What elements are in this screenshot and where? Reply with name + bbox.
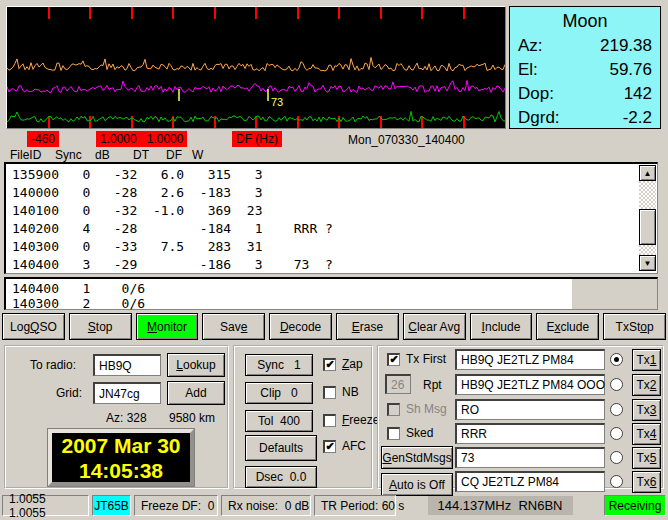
zap-checkbox-row[interactable]: Zap (323, 357, 363, 371)
tx1-message-input[interactable]: HB9Q JE2TLZ PM84 (455, 349, 605, 370)
tx6-message-input[interactable]: CQ JE2TLZ PM84 (455, 471, 605, 492)
exclude-button[interactable]: Exclude (536, 313, 599, 340)
tx2-button[interactable]: Tx2 (632, 374, 661, 396)
tx3-radio[interactable] (610, 403, 623, 416)
scroll-down-button[interactable]: ▼ (639, 255, 656, 271)
station-group: To radio: HB9Q Lookup Grid: JN47cg Add A… (4, 345, 229, 489)
moon-az-label: Az: (518, 34, 543, 58)
azimuth-value: Az: 328 (106, 411, 147, 425)
receiving-state-label: Receiving (609, 499, 662, 513)
tx2-radio[interactable] (610, 378, 623, 391)
moon-dop-value: 142 (624, 82, 652, 106)
scroll-thumb[interactable] (639, 209, 656, 245)
tx5-message-input[interactable]: 73 (455, 447, 605, 468)
decode-button[interactable]: Decode (269, 313, 332, 340)
erase-button[interactable]: Erase (336, 313, 399, 340)
tx4-message-input[interactable]: RRR (455, 423, 605, 444)
tx-first-label: Tx First (406, 352, 446, 366)
tx-messages-group: Tx First HB9Q JE2TLZ PM84 Tx1 26 Rpt HB9… (377, 345, 664, 489)
svg-text:73: 73 (271, 96, 283, 108)
sample-rate-value: 1.0055 1.0055 (9, 492, 82, 520)
wsjt-main-window: 73 Moon Az: 219.38 El: 59.76 Dop: 142 Dg… (0, 0, 668, 520)
stop-button[interactable]: Stop (69, 313, 132, 340)
average-text-bg: 140400 1 0/6 140300 2 0/6 (6, 279, 572, 309)
tol-control[interactable]: Tol 400 (245, 410, 313, 432)
tx3-button[interactable]: Tx3 (632, 399, 661, 421)
clock-date: 2007 Mar 30 (61, 433, 180, 458)
freeze-label: Freeze (342, 413, 379, 427)
freq-scale-left-label: -460 (27, 131, 59, 147)
status-frequency-panel: 144.137MHz RN6BN (399, 495, 601, 516)
moon-el-row: El: 59.76 (518, 58, 652, 82)
tx6-button[interactable]: Tx6 (632, 471, 661, 493)
to-radio-input[interactable]: HB9Q (93, 354, 161, 376)
rpt-label: Rpt (423, 378, 442, 392)
moon-el-value: 59.76 (609, 58, 652, 82)
defaults-button[interactable]: Defaults (245, 435, 317, 461)
col-header-sync: Sync (55, 148, 82, 162)
add-button[interactable]: Add (167, 381, 225, 405)
nb-checkbox-row[interactable]: NB (323, 385, 359, 399)
to-radio-label: To radio: (30, 358, 76, 372)
tx2-message-input[interactable]: HB9Q JE2TLZ PM84 OOO (455, 374, 605, 395)
moon-dop-label: Dop: (518, 82, 554, 106)
sked-checkbox-row[interactable]: Sked (387, 426, 433, 440)
sync-control[interactable]: Sync 1 (245, 354, 313, 376)
afc-checkbox[interactable] (323, 440, 336, 453)
sked-label: Sked (406, 426, 433, 440)
status-mode-panel[interactable]: JT65B (92, 495, 131, 516)
grid-input[interactable]: JN47cg (93, 382, 161, 404)
nb-label: NB (342, 385, 359, 399)
tx5-button[interactable]: Tx5 (632, 447, 661, 469)
nb-checkbox[interactable] (323, 386, 336, 399)
clear-avg-button[interactable]: Clear Avg (403, 313, 466, 340)
status-receiving-panel: Receiving (604, 495, 666, 516)
moon-el-label: El: (518, 58, 538, 82)
average-lines: 140400 1 0/6 140300 2 0/6 (6, 279, 572, 311)
tx-first-checkbox[interactable] (387, 353, 400, 366)
txstop-button[interactable]: TxStop (603, 313, 666, 340)
gen-std-msgs-button[interactable]: GenStdMsgs (381, 446, 453, 469)
spectrum-traces: 73 (7, 7, 505, 128)
log-qso-button[interactable]: Log QSO (2, 313, 65, 340)
tx3-message-input[interactable]: RO (455, 399, 605, 420)
include-button[interactable]: Include (470, 313, 533, 340)
moon-dgrd-value: -2.2 (623, 106, 652, 130)
tr-period-value: TR Period: 60 s (321, 499, 404, 513)
lookup-button[interactable]: Lookup (167, 353, 225, 377)
df-hz-label: DF (Hz) (232, 131, 282, 147)
mode-value: JT65B (94, 499, 129, 513)
col-header-df: DF (166, 148, 182, 162)
col-header-db: dB (95, 148, 110, 162)
tx-first-checkbox-row[interactable]: Tx First (387, 352, 446, 366)
monitor-button[interactable]: Monitor (136, 313, 199, 340)
zap-checkbox[interactable] (323, 358, 336, 371)
save-button[interactable]: Save (202, 313, 265, 340)
clip-control[interactable]: Clip 0 (245, 382, 313, 404)
status-rate-panel: 1.0055 1.0055 (2, 495, 89, 516)
sked-checkbox[interactable] (387, 427, 400, 440)
auto-is-off-button[interactable]: Auto is Off (381, 473, 453, 496)
tx5-radio[interactable] (610, 451, 623, 464)
moon-title: Moon (518, 11, 652, 32)
decode-scrollbar[interactable]: ▲ ▼ (639, 165, 656, 271)
decode-lines: 135900 0 -32 6.0 315 3 140000 0 -28 2.6 … (6, 164, 657, 274)
moon-az-row: Az: 219.38 (518, 34, 652, 58)
dsec-control[interactable]: Dsec 0.0 (245, 466, 317, 488)
distance-value: 9580 km (169, 411, 215, 425)
afc-label: AFC (342, 439, 366, 453)
afc-checkbox-row[interactable]: AFC (323, 439, 366, 453)
freeze-checkbox[interactable] (323, 414, 336, 427)
tx6-radio[interactable] (610, 475, 623, 488)
average-text-area[interactable]: 140400 1 0/6 140300 2 0/6 (4, 277, 658, 310)
spectrum-display[interactable]: 73 (6, 6, 506, 129)
tx4-radio[interactable] (610, 427, 623, 440)
moon-dgrd-label: Dgrd: (518, 106, 560, 130)
tx4-button[interactable]: Tx4 (632, 423, 661, 445)
tx1-button[interactable]: Tx1 (632, 349, 661, 371)
freeze-checkbox-row[interactable]: Freeze (323, 413, 379, 427)
decode-text-area[interactable]: 135900 0 -32 6.0 315 3 140000 0 -28 2.6 … (4, 162, 658, 274)
tx1-radio[interactable] (610, 353, 623, 366)
scroll-up-button[interactable]: ▲ (639, 165, 656, 181)
freeze-df-value: Freeze DF: 0 (141, 499, 214, 513)
